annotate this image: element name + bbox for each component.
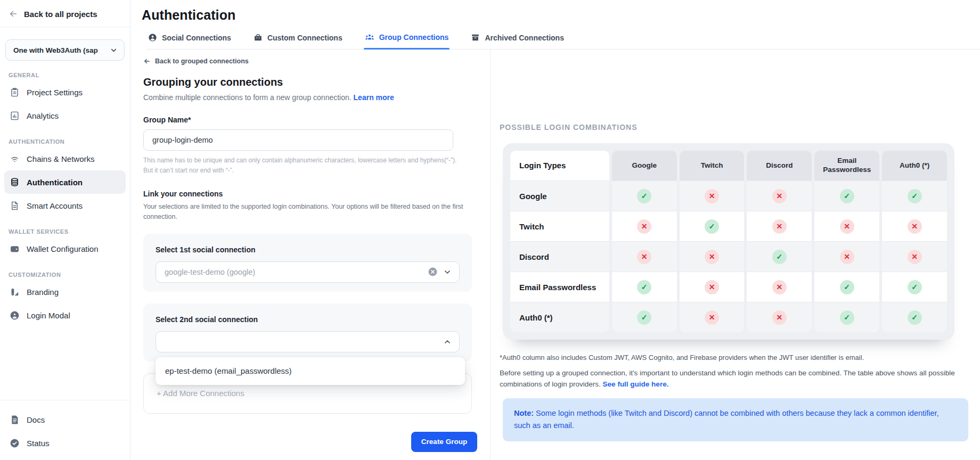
sidebar-item-authentication[interactable]: Authentication xyxy=(4,170,126,194)
combination-mark: ✓ xyxy=(637,310,651,325)
archive-box-icon xyxy=(471,33,480,42)
sidebar-item-status[interactable]: Status xyxy=(4,431,126,455)
group-name-label: Group Name* xyxy=(143,116,490,124)
table-cell: ✕ xyxy=(612,211,677,241)
sidebar-item-analytics[interactable]: Analytics xyxy=(4,104,126,127)
combination-mark: ✕ xyxy=(705,280,719,294)
table-cell: ✓ xyxy=(882,180,947,211)
combination-mark: ✓ xyxy=(908,310,922,325)
chevron-down-icon[interactable] xyxy=(443,268,452,276)
row-label-auth0: Auth0 (*) xyxy=(510,302,609,332)
back-to-projects-label: Back to all projects xyxy=(24,10,97,19)
combination-mark: ✓ xyxy=(840,280,854,294)
wifi-icon xyxy=(10,154,20,164)
tab-archived-connections[interactable]: Archived Connections xyxy=(470,33,565,49)
table-cell: ✓ xyxy=(882,272,947,302)
login-combinations-panel: POSSIBLE LOGIN COMBINATIONS Login Types … xyxy=(490,50,980,460)
tab-group-connections[interactable]: Group Connections xyxy=(364,32,450,49)
clear-selection-icon[interactable] xyxy=(428,267,438,277)
create-group-button[interactable]: Create Group xyxy=(411,432,477,452)
sidebar-item-chains-networks[interactable]: Chains & Networks xyxy=(4,147,126,170)
table-cell: ✕ xyxy=(747,211,812,241)
back-to-grouped-connections-link[interactable]: Back to grouped connections xyxy=(143,58,490,65)
link-connections-description: Your selections are limited to the suppo… xyxy=(143,202,467,222)
combination-mark: ✕ xyxy=(772,280,787,294)
tab-social-connections[interactable]: Social Connections xyxy=(147,33,232,49)
row-label-email-passwordless: Email Passwordless xyxy=(510,272,609,302)
learn-more-link[interactable]: Learn more xyxy=(354,93,394,102)
full-guide-link[interactable]: See full guide here. xyxy=(603,380,669,388)
sidebar-item-label: Status xyxy=(27,439,50,448)
column-header: Auth0 (*) xyxy=(882,151,947,180)
table-cell: ✕ xyxy=(882,241,947,272)
sidebar-item-label: Docs xyxy=(27,415,45,424)
combinations-description-text: Before setting up a grouped connection, … xyxy=(500,369,955,388)
back-to-projects-link[interactable]: Back to all projects xyxy=(0,0,130,27)
table-column-auth0: Auth0 (*) ✓ ✕ ✕ ✓ ✓ xyxy=(882,151,947,332)
combination-mark: ✓ xyxy=(908,280,922,294)
sidebar-item-branding[interactable]: Branding xyxy=(4,280,126,303)
analytics-icon xyxy=(10,111,20,121)
table-cell: ✕ xyxy=(612,241,677,272)
group-name-input[interactable] xyxy=(143,129,453,151)
project-selector[interactable]: One with Web3Auth (sap xyxy=(5,39,125,61)
connection-options-dropdown: ep-test-demo (email_passwordless) xyxy=(156,357,465,385)
combination-mark: ✓ xyxy=(637,189,651,203)
table-cell: ✓ xyxy=(612,302,677,332)
row-label-google: Google xyxy=(510,180,609,211)
sidebar-item-label: Project Settings xyxy=(27,88,83,97)
sidebar-item-login-modal[interactable]: Login Modal xyxy=(4,303,126,327)
table-cell: ✓ xyxy=(882,302,947,332)
first-connection-select[interactable]: google-test-demo (google) xyxy=(156,261,460,283)
second-connection-select[interactable] xyxy=(156,331,460,352)
sidebar-item-label: Analytics xyxy=(27,111,59,120)
combination-mark: ✓ xyxy=(840,189,854,203)
user-circle-icon xyxy=(10,310,20,321)
sidebar-item-label: Login Modal xyxy=(27,311,70,320)
combinations-table-card: Login Types Google Twitch Discord Email … xyxy=(503,143,954,340)
table-column-discord: Discord ✕ ✕ ✓ ✕ ✕ xyxy=(747,151,812,332)
clipboard-icon xyxy=(10,87,20,97)
people-group-icon xyxy=(365,32,374,42)
tab-label: Social Connections xyxy=(162,34,231,42)
column-header: Email Passwordless xyxy=(814,151,879,180)
table-cell: ✓ xyxy=(814,180,879,211)
group-name-helper: This name has to be unique and can only … xyxy=(143,155,463,175)
table-cell: ✓ xyxy=(612,272,677,302)
combination-mark: ✕ xyxy=(705,189,719,203)
column-header: Google xyxy=(612,151,677,180)
column-header: Discord xyxy=(747,151,812,180)
dropdown-option-ep-test-demo[interactable]: ep-test-demo (email_passwordless) xyxy=(165,366,292,375)
select-first-connection-card: Select 1st social connection google-test… xyxy=(143,234,472,292)
combination-mark: ✕ xyxy=(840,250,854,264)
table-column-twitch: Twitch ✕ ✓ ✕ ✕ ✕ xyxy=(680,151,745,332)
table-cell: ✕ xyxy=(680,272,745,302)
table-cell: ✓ xyxy=(814,272,879,302)
sidebar-item-label: Chains & Networks xyxy=(27,154,95,163)
combinations-table: Login Types Google Twitch Discord Email … xyxy=(510,151,947,332)
combination-mark: ✕ xyxy=(908,219,922,234)
sidebar-item-smart-accounts[interactable]: Smart Accounts xyxy=(4,194,126,217)
combination-mark: ✕ xyxy=(705,250,719,264)
note-label: Note: xyxy=(514,409,534,417)
form-subtitle: Combine multiple connections to form a n… xyxy=(143,93,490,102)
sidebar-section-customization: CUSTOMIZATION xyxy=(0,272,130,278)
sidebar-section-wallet-services: WALLET SERVICES xyxy=(0,228,130,235)
sidebar-section-authentication: AUTHENTICATION xyxy=(0,138,130,145)
toolbox-icon xyxy=(254,33,263,42)
helper-line-2: But it can’t start nor end with “-”. xyxy=(143,166,463,176)
check-circle-icon xyxy=(10,438,20,448)
page-title: Authentication xyxy=(130,0,980,23)
table-cell: ✕ xyxy=(680,302,745,332)
table-column-login-types: Login Types Google Twitch Discord Email … xyxy=(510,151,609,332)
combination-mark: ✓ xyxy=(772,250,787,264)
sidebar-item-project-settings[interactable]: Project Settings xyxy=(4,80,126,104)
tab-custom-connections[interactable]: Custom Connections xyxy=(252,33,344,49)
chevron-up-icon[interactable] xyxy=(443,338,452,346)
arrow-left-icon xyxy=(143,58,151,65)
combination-mark: ✓ xyxy=(840,310,854,325)
table-cell: ✕ xyxy=(680,180,745,211)
combination-mark: ✕ xyxy=(637,250,651,264)
sidebar-item-wallet-configuration[interactable]: Wallet Configuration xyxy=(4,237,126,260)
sidebar-item-docs[interactable]: Docs xyxy=(4,408,126,431)
